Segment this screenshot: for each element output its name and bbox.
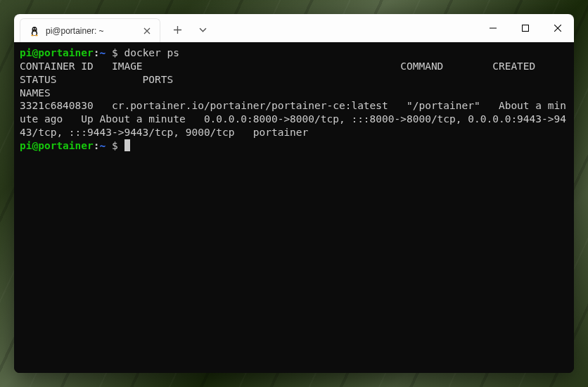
window-controls xyxy=(477,14,574,42)
tab-actions xyxy=(160,14,214,42)
prompt-colon: : xyxy=(94,47,100,58)
maximize-button[interactable] xyxy=(509,14,542,42)
svg-point-8 xyxy=(35,34,38,36)
terminal-content[interactable]: pi@portainer:~ $ docker ps CONTAINER ID … xyxy=(14,42,574,373)
svg-point-6 xyxy=(35,28,36,29)
svg-point-2 xyxy=(32,31,36,35)
prompt-path: ~ xyxy=(100,47,106,58)
svg-point-7 xyxy=(31,34,34,36)
cursor xyxy=(124,139,130,151)
tab-close-button[interactable] xyxy=(141,25,153,37)
tab-title: pi@portainer: ~ xyxy=(46,26,136,36)
output-row: 3321c6840830 cr.portainer.io/portainer/p… xyxy=(20,100,566,138)
prompt-colon: : xyxy=(94,140,100,151)
close-button[interactable] xyxy=(542,14,574,42)
command-text: docker ps xyxy=(124,47,179,58)
svg-rect-9 xyxy=(523,25,529,32)
minimize-button[interactable] xyxy=(477,14,509,42)
terminal-window: pi@portainer: ~ pi@portainer:~ $ xyxy=(14,14,574,373)
prompt-path: ~ xyxy=(100,140,106,151)
svg-point-5 xyxy=(34,28,34,29)
tab-active[interactable]: pi@portainer: ~ xyxy=(20,18,160,42)
prompt-user: pi@portainer xyxy=(20,47,94,58)
output-header: CONTAINER ID IMAGE COMMAND CREATED STATU… xyxy=(20,61,574,99)
tux-icon xyxy=(29,25,40,37)
titlebar: pi@portainer: ~ xyxy=(14,14,574,42)
tab-dropdown-button[interactable] xyxy=(191,18,214,41)
new-tab-button[interactable] xyxy=(166,18,188,41)
prompt-symbol: $ xyxy=(106,140,124,151)
prompt-symbol: $ xyxy=(106,47,124,58)
prompt-user: pi@portainer xyxy=(20,140,94,151)
